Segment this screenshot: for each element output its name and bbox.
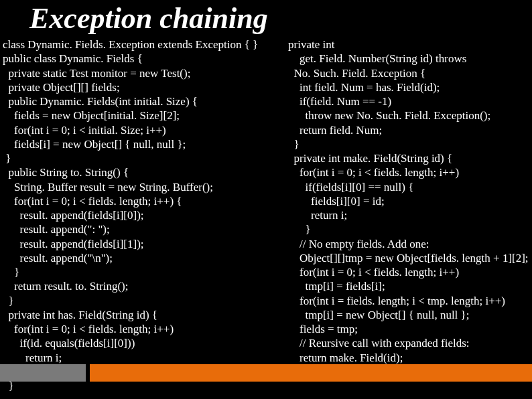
- footer-bar-grey: [0, 364, 86, 382]
- code-column-right: private int get. Field. Number(String id…: [288, 37, 529, 393]
- code-area: class Dynamic. Fields. Exception extends…: [3, 37, 528, 393]
- footer-bar-orange: [90, 364, 532, 382]
- slide-title: Exception chaining: [29, 1, 268, 35]
- slide: Exception chaining class Dynamic. Fields…: [0, 0, 532, 399]
- footer-bar: [0, 364, 532, 382]
- code-column-left: class Dynamic. Fields. Exception extends…: [3, 37, 283, 393]
